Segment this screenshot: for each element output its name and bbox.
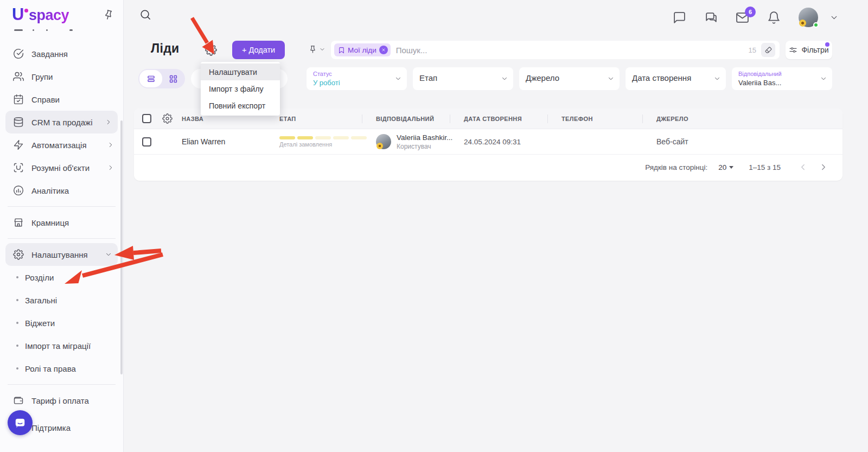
sidebar-subitem-label: Розділи [25, 273, 54, 282]
table-row[interactable]: Elian Warren Деталі замовлення Valeriia … [134, 129, 843, 155]
filter-label: Етап [419, 73, 437, 82]
menu-item-configure[interactable]: Налаштувати [201, 63, 280, 80]
mail-icon[interactable]: 6 [736, 11, 749, 24]
chip-close-icon[interactable] [379, 46, 388, 54]
sidebar-item-label: Налаштування [31, 250, 88, 259]
uspacy-logo[interactable]: U spacy [12, 7, 69, 24]
cell-responsible: Valeriia Bashkir... Користувач [376, 133, 464, 150]
sidebar-subitem-roles[interactable]: Ролі та права [0, 357, 123, 380]
responsible-name: Valeriia Bashkir... [397, 133, 452, 142]
menu-item-full-export[interactable]: Повний експорт [201, 97, 280, 114]
bullet-icon [16, 322, 18, 324]
grid-view-icon [168, 74, 178, 84]
rows-per-page-select[interactable]: 20 [718, 163, 733, 171]
sidebar-pin-icon[interactable] [103, 9, 114, 21]
sidebar-item-smart-objects[interactable]: Розумні об'єкти [0, 156, 123, 179]
profile-chevron-down-icon[interactable] [829, 13, 839, 22]
sidebar-item-activities[interactable]: Справи [0, 88, 123, 111]
scan-u-icon [13, 162, 24, 173]
filter-source[interactable]: Джерело [519, 67, 620, 90]
filter-status[interactable]: Статус У роботі [307, 67, 407, 90]
sidebar-item-analytics[interactable]: Аналітика [0, 179, 123, 202]
sidebar-item-label: Справи [31, 95, 60, 104]
calendar-icon [13, 94, 24, 105]
pin-icon [308, 44, 317, 54]
sidebar: U spacy Завдання Групи Справи CRM та про… [0, 0, 124, 452]
sidebar-item-automation[interactable]: Автоматизація [0, 133, 123, 156]
bullet-icon [16, 345, 18, 347]
sidebar-subitem-sections[interactable]: Розділи [0, 266, 123, 289]
add-lead-button[interactable]: + Додати [232, 41, 285, 59]
menu-item-import-file[interactable]: Імпорт з файлу [201, 80, 280, 97]
column-header-created[interactable]: ДАТА СТВОРЕННЯ [464, 109, 561, 129]
select-all-checkbox[interactable] [142, 114, 151, 123]
search-pin-control[interactable] [308, 44, 326, 54]
filter-created-date[interactable]: Дата створення [626, 67, 726, 90]
topbar-actions: 6 [673, 8, 839, 27]
leads-settings-gear-icon[interactable] [205, 44, 217, 56]
filter-responsible[interactable]: Відповідальний Valeriia Bas... [732, 67, 832, 90]
previous-page-button[interactable] [798, 162, 808, 172]
sidebar-item-tasks[interactable]: Завдання [0, 42, 123, 65]
filters-button[interactable]: Фільтри [786, 41, 832, 59]
logo-dot-icon [24, 9, 28, 12]
online-status-dot [813, 22, 819, 28]
saved-filter-chip[interactable]: Мої ліди [334, 43, 391, 56]
column-header-source[interactable]: ДЖЕРЕЛО [656, 109, 843, 129]
list-view-icon [146, 74, 156, 84]
filter-label: Статус [313, 71, 332, 77]
sliders-icon [789, 46, 797, 54]
filter-value: У роботі [313, 79, 340, 87]
view-toggle [138, 69, 185, 88]
sidebar-item-marketplace[interactable]: Крамниця [0, 211, 123, 234]
search-bar[interactable]: Мої ліди Пошук... 15 [331, 41, 780, 59]
sidebar-subitem-widgets[interactable]: Віджети [0, 311, 123, 334]
filter-label: Відповідальний [738, 71, 782, 77]
sidebar-subitem-import-migration[interactable]: Імпорт та міграції [0, 334, 123, 357]
feedback-icon[interactable] [673, 11, 686, 24]
sidebar-subitem-general[interactable]: Загальні [0, 289, 123, 311]
global-search-icon[interactable] [139, 9, 151, 21]
kanban-view-button[interactable] [162, 70, 184, 87]
column-header-responsible[interactable]: ВІДПОВІДАЛЬНИЙ [376, 109, 464, 129]
support-chat-button[interactable] [8, 410, 33, 435]
list-view-button[interactable] [139, 70, 162, 87]
sidebar-item-billing[interactable]: Тариф і оплата [0, 389, 123, 412]
cell-created: 24.05.2024 09:31 [464, 138, 561, 146]
sidebar-item-crm[interactable]: CRM та продажі [5, 111, 118, 133]
logo-text: spacy [29, 7, 69, 24]
lightning-icon [13, 139, 24, 150]
users-icon [13, 71, 24, 82]
sidebar-item-settings[interactable]: Налаштування [5, 243, 118, 266]
bookmark-icon [338, 47, 345, 54]
chevron-down-icon [820, 75, 827, 82]
sidebar-item-label: Підтримка [31, 423, 71, 432]
next-page-button[interactable] [819, 162, 828, 172]
row-checkbox[interactable] [142, 137, 151, 147]
user-avatar[interactable] [799, 8, 818, 27]
messenger-icon[interactable] [704, 11, 718, 24]
leads-table: НАЗВА ЕТАП ВІДПОВІДАЛЬНИЙ ДАТА СТВОРЕННЯ… [134, 109, 843, 181]
sidebar-subitem-label: Віджети [25, 319, 55, 328]
sidebar-item-cutoff[interactable] [0, 26, 123, 34]
clear-search-button[interactable] [761, 43, 775, 57]
cell-name[interactable]: Elian Warren [182, 137, 279, 146]
responsible-avatar [376, 134, 391, 149]
notifications-bell-icon[interactable] [767, 11, 781, 24]
chevron-down-icon [105, 251, 112, 258]
chevron-right-icon [107, 141, 114, 149]
rows-per-page-label: Рядків на сторінці: [645, 163, 707, 171]
quick-filters: Статус У роботі Етап Джерело Дата створе… [307, 67, 832, 90]
logo-u: U [12, 7, 24, 23]
table-columns-gear-icon[interactable] [162, 113, 173, 124]
sidebar-item-groups[interactable]: Групи [0, 65, 123, 88]
filter-stage[interactable]: Етап [413, 67, 513, 90]
chevron-down-icon [319, 46, 326, 53]
gear-icon [13, 249, 24, 260]
sidebar-item-label: Крамниця [31, 218, 69, 227]
sidebar-item-label: Розумні об'єкти [31, 163, 90, 173]
chevron-down-icon [607, 75, 615, 82]
sidebar-scrollbar[interactable] [120, 120, 123, 374]
search-placeholder: Пошук... [396, 46, 427, 55]
stage-progress-bar [279, 136, 368, 139]
